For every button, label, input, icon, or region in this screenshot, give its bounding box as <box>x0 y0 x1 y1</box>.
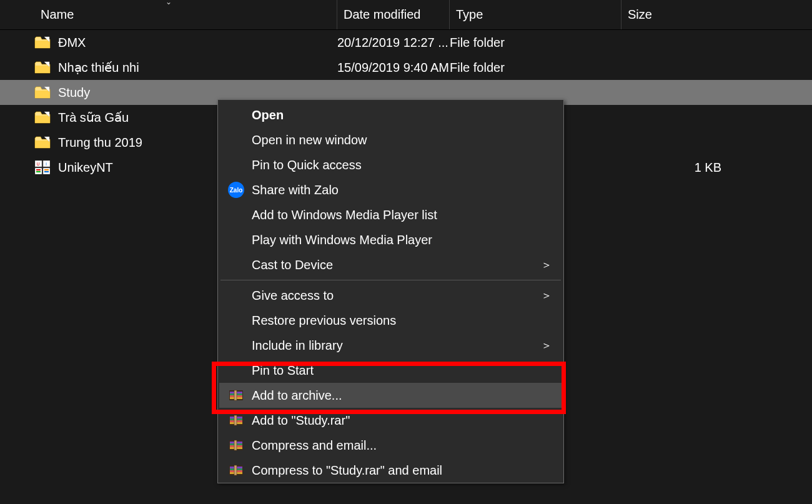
column-label-date: Date modified <box>344 7 420 22</box>
menu-item-label: Add to archive... <box>252 388 552 403</box>
chevron-right-icon: ＞ <box>541 288 552 303</box>
svg-rect-9 <box>44 171 49 172</box>
file-name-label: Nhạc thiếu nhi <box>58 60 139 75</box>
menu-icon-empty <box>225 287 247 304</box>
winrar-icon <box>225 437 247 454</box>
menu-icon-empty <box>225 156 247 174</box>
file-date-cell: 20/12/2019 12:27 ... <box>337 36 450 50</box>
menu-item[interactable]: Give access to＞ <box>219 283 562 308</box>
svg-text:U: U <box>36 162 39 166</box>
menu-item[interactable]: Open in new window <box>219 127 562 152</box>
menu-icon-empty <box>225 312 247 329</box>
column-header-date[interactable]: Date modified <box>337 0 450 29</box>
menu-item[interactable]: ZaloShare with Zalo <box>219 177 562 202</box>
menu-icon-empty <box>225 131 247 149</box>
file-size-cell: 1 KB <box>621 161 746 175</box>
winrar-icon <box>225 387 247 404</box>
menu-item[interactable]: Add to Windows Media Player list <box>219 202 562 227</box>
menu-item[interactable]: Add to archive... <box>219 383 562 408</box>
menu-item[interactable]: Add to "Study.rar" <box>219 408 562 433</box>
column-label-name: Name <box>41 7 74 22</box>
column-headers: ⌄ Name Date modified Type Size <box>0 0 812 30</box>
file-name-label: Trung thu 2019 <box>58 136 142 150</box>
menu-separator <box>220 280 561 280</box>
chevron-right-icon: ＞ <box>541 257 552 272</box>
menu-icon-empty <box>225 337 247 354</box>
menu-item[interactable]: Pin to Quick access <box>219 152 562 177</box>
svg-rect-29 <box>234 440 237 450</box>
file-name-label: Trà sữa Gấu <box>58 110 129 125</box>
menu-icon-empty <box>225 231 247 249</box>
file-type-cell: File folder <box>450 36 621 50</box>
menu-item-label: Open <box>252 108 552 122</box>
column-header-name[interactable]: ⌄ Name <box>0 0 337 29</box>
file-row[interactable]: ĐMX20/12/2019 12:27 ...File folder <box>0 30 812 55</box>
file-row[interactable]: Nhạc thiếu nhi15/09/2019 9:40 AMFile fol… <box>0 55 812 80</box>
menu-item[interactable]: Play with Windows Media Player <box>219 227 562 252</box>
file-date-cell: 15/09/2019 9:40 AM <box>337 61 450 75</box>
svg-rect-36 <box>234 465 237 475</box>
zalo-icon: Zalo <box>225 181 247 199</box>
menu-item[interactable]: Cast to Device＞ <box>219 252 562 277</box>
file-name-label: ĐMX <box>58 36 86 50</box>
folder-icon <box>34 86 51 99</box>
folder-icon <box>34 61 51 74</box>
menu-item-label: Pin to Quick access <box>252 158 552 172</box>
application-icon: U i <box>34 161 51 174</box>
menu-item-label: Open in new window <box>252 133 552 147</box>
svg-rect-7 <box>36 171 41 172</box>
file-name-cell: Study <box>34 86 337 100</box>
file-name-cell: Nhạc thiếu nhi <box>34 60 337 75</box>
svg-rect-8 <box>44 169 49 170</box>
menu-item[interactable]: Compress and email... <box>219 433 562 458</box>
chevron-right-icon: ＞ <box>541 338 552 353</box>
menu-item-label: Pin to Start <box>252 363 552 378</box>
menu-item-label: Share with Zalo <box>252 183 552 197</box>
column-label-type: Type <box>456 7 483 22</box>
menu-item-label: Add to Windows Media Player list <box>252 208 552 222</box>
menu-item[interactable]: Compress to "Study.rar" and email <box>219 458 562 483</box>
menu-icon-empty <box>225 206 247 224</box>
file-name-label: Study <box>58 86 90 100</box>
menu-item-label: Compress to "Study.rar" and email <box>252 463 552 478</box>
column-header-size[interactable]: Size <box>621 0 746 29</box>
folder-icon <box>34 111 51 124</box>
file-name-cell: ĐMX <box>34 36 337 50</box>
sort-indicator-icon: ⌄ <box>166 0 172 6</box>
menu-item[interactable]: Open <box>219 102 562 127</box>
menu-item-label: Give access to <box>252 289 541 303</box>
menu-item-label: Include in library <box>252 338 541 353</box>
folder-icon <box>34 136 51 149</box>
file-type-cell: File folder <box>450 61 621 75</box>
folder-icon <box>34 36 51 49</box>
menu-item[interactable]: Pin to Start <box>219 358 562 383</box>
menu-item-label: Restore previous versions <box>252 314 552 328</box>
menu-item-label: Cast to Device <box>252 258 541 272</box>
menu-icon-empty <box>225 362 247 379</box>
svg-rect-15 <box>234 390 237 400</box>
file-name-label: UnikeyNT <box>58 161 113 175</box>
menu-item[interactable]: Include in library＞ <box>219 333 562 358</box>
menu-icon-empty <box>225 256 247 274</box>
svg-rect-22 <box>234 415 237 425</box>
menu-item[interactable]: Restore previous versions <box>219 308 562 333</box>
menu-icon-empty <box>225 106 247 124</box>
menu-item-label: Play with Windows Media Player <box>252 233 552 247</box>
context-menu: OpenOpen in new windowPin to Quick acces… <box>217 99 564 483</box>
column-header-type[interactable]: Type <box>450 0 621 29</box>
menu-item-label: Add to "Study.rar" <box>252 413 552 428</box>
winrar-icon <box>225 412 247 429</box>
menu-item-label: Compress and email... <box>252 438 552 453</box>
svg-rect-6 <box>36 169 41 170</box>
winrar-icon <box>225 462 247 479</box>
column-label-size: Size <box>628 7 652 22</box>
